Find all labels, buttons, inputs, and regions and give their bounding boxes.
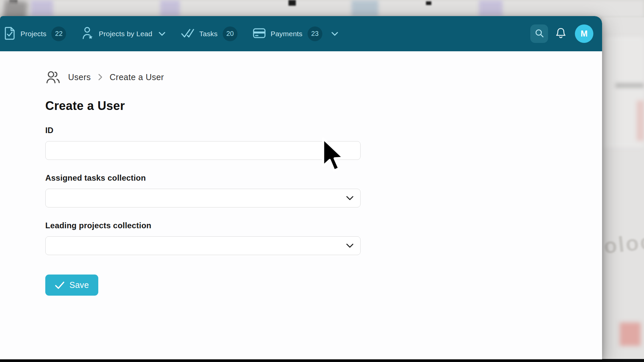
nav-item-projects-by-lead[interactable]: Projects by Lead	[82, 26, 165, 41]
app-window: Projects 22 Projects by Lead	[0, 16, 602, 359]
backdrop-strip	[479, 0, 502, 17]
backdrop-pink-edge	[637, 101, 644, 141]
backdrop-pink-card	[620, 322, 641, 346]
avatar-initial: M	[581, 29, 588, 39]
nav-label-tasks: Tasks	[199, 30, 218, 38]
breadcrumb-current: Create a User	[110, 72, 164, 82]
users-icon	[45, 70, 61, 84]
nav-label-projects-by-lead: Projects by Lead	[99, 30, 152, 38]
nav-item-payments[interactable]: Payments 23	[253, 26, 338, 41]
breadcrumb-users[interactable]: Users	[68, 72, 91, 82]
main-content: Users Create a User Create a User ID Ass…	[0, 70, 602, 296]
leading-projects-select[interactable]	[45, 236, 361, 255]
nav-badge-projects: 22	[51, 26, 66, 41]
nav-item-tasks[interactable]: Tasks 20	[181, 26, 237, 41]
breadcrumb: Users Create a User	[45, 70, 602, 84]
avatar[interactable]: M	[575, 24, 593, 43]
top-navbar: Projects 22 Projects by Lead	[0, 16, 602, 51]
backdrop-strip	[160, 0, 180, 17]
field-label-leading-projects: Leading projects collection	[45, 221, 361, 230]
nav-label-payments: Payments	[271, 30, 303, 38]
user-star-icon	[82, 26, 94, 41]
backdrop-mark	[426, 1, 431, 5]
page-title: Create a User	[45, 99, 602, 113]
save-button[interactable]: Save	[45, 275, 98, 296]
backdrop-watermark-text: oloc	[603, 229, 644, 258]
backdrop-mark	[288, 0, 296, 6]
chevron-down-icon	[331, 32, 338, 36]
save-button-label: Save	[69, 280, 89, 290]
chevron-down-icon	[159, 32, 165, 36]
nav-item-projects[interactable]: Projects 22	[4, 26, 66, 41]
backdrop-strip	[31, 0, 53, 17]
nav-badge-tasks: 20	[223, 26, 237, 41]
field-label-assigned-tasks: Assigned tasks collection	[45, 173, 361, 183]
credit-card-icon	[253, 28, 266, 40]
notifications-button[interactable]	[555, 27, 566, 41]
double-check-icon	[181, 27, 194, 40]
check-icon	[55, 281, 65, 289]
chevron-down-icon	[346, 244, 354, 248]
search-icon	[535, 28, 544, 39]
backdrop-strip	[352, 0, 378, 17]
file-check-icon	[4, 26, 15, 41]
assigned-tasks-select[interactable]	[45, 189, 361, 207]
nav-badge-payments: 23	[308, 26, 322, 41]
backdrop-line	[615, 83, 644, 88]
search-button[interactable]	[530, 24, 548, 43]
backdrop-top-band	[0, 0, 644, 17]
bell-icon	[555, 27, 566, 41]
backdrop-bottom-strip	[0, 359, 644, 362]
create-user-form: ID Assigned tasks collection Leading pro…	[45, 126, 361, 296]
breadcrumb-chevron-icon	[98, 74, 102, 80]
nav-label-projects: Projects	[20, 30, 46, 38]
id-input[interactable]	[45, 141, 361, 160]
chevron-down-icon	[346, 196, 354, 200]
field-label-id: ID	[45, 126, 361, 135]
